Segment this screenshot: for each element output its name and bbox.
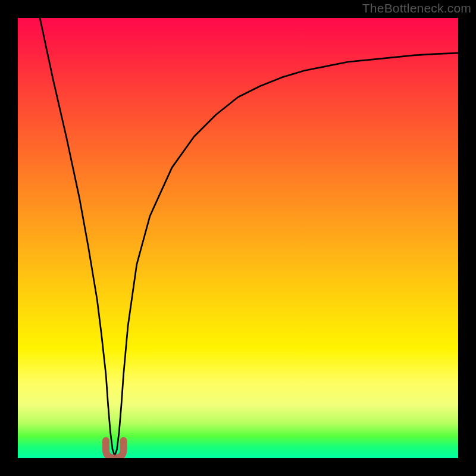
plot-area — [18, 18, 458, 458]
minimum-marker — [106, 440, 124, 458]
chart-frame: TheBottleneck.com — [0, 0, 476, 476]
curve-svg — [18, 18, 458, 458]
watermark-text: TheBottleneck.com — [362, 1, 471, 15]
bottleneck-curve — [40, 18, 458, 456]
